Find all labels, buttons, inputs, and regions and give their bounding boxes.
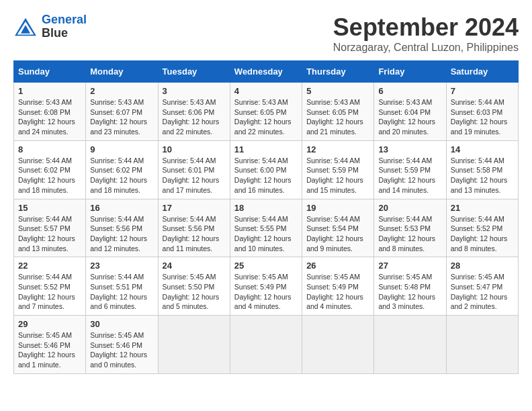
day-info: Sunrise: 5:44 AM Sunset: 6:02 PM Dayligh… (18, 156, 81, 195)
day-info: Sunrise: 5:44 AM Sunset: 5:51 PM Dayligh… (90, 272, 153, 312)
calendar-cell (302, 316, 374, 374)
day-info: Sunrise: 5:45 AM Sunset: 5:46 PM Dayligh… (18, 330, 81, 370)
calendar-cell: 23 Sunrise: 5:44 AM Sunset: 5:51 PM Dayl… (86, 257, 158, 316)
calendar-cell: 28 Sunrise: 5:45 AM Sunset: 5:47 PM Dayl… (446, 257, 518, 316)
day-info: Sunrise: 5:44 AM Sunset: 5:52 PM Dayligh… (451, 214, 514, 254)
day-number: 23 (90, 261, 153, 271)
day-number: 8 (18, 144, 81, 154)
day-number: 9 (90, 144, 153, 154)
title-section: September 2024 Norzagaray, Central Luzon… (333, 13, 519, 54)
day-number: 30 (90, 319, 153, 329)
calendar-cell: 4 Sunrise: 5:43 AM Sunset: 6:05 PM Dayli… (230, 83, 302, 141)
weekday-header: Friday (374, 61, 446, 83)
calendar-cell: 10 Sunrise: 5:44 AM Sunset: 6:01 PM Dayl… (158, 140, 230, 199)
day-info: Sunrise: 5:43 AM Sunset: 6:08 PM Dayligh… (18, 97, 81, 137)
calendar-cell: 18 Sunrise: 5:44 AM Sunset: 5:55 PM Dayl… (230, 199, 302, 257)
day-number: 4 (234, 86, 298, 96)
weekday-header: Wednesday (230, 61, 302, 83)
calendar-cell: 26 Sunrise: 5:45 AM Sunset: 5:49 PM Dayl… (302, 257, 374, 316)
calendar-cell: 1 Sunrise: 5:43 AM Sunset: 6:08 PM Dayli… (14, 83, 86, 141)
day-info: Sunrise: 5:44 AM Sunset: 5:59 PM Dayligh… (378, 156, 441, 195)
calendar-cell: 15 Sunrise: 5:44 AM Sunset: 5:57 PM Dayl… (14, 199, 86, 257)
day-number: 22 (18, 261, 81, 271)
calendar-cell: 27 Sunrise: 5:45 AM Sunset: 5:48 PM Dayl… (374, 257, 446, 316)
day-number: 17 (163, 203, 226, 213)
day-number: 6 (378, 86, 441, 96)
calendar-cell (230, 316, 302, 374)
day-info: Sunrise: 5:45 AM Sunset: 5:46 PM Dayligh… (90, 330, 153, 370)
calendar-cell: 5 Sunrise: 5:43 AM Sunset: 6:05 PM Dayli… (302, 83, 374, 141)
calendar-cell: 7 Sunrise: 5:44 AM Sunset: 6:03 PM Dayli… (446, 83, 518, 141)
day-number: 20 (378, 203, 441, 213)
calendar-cell (374, 316, 446, 374)
day-number: 16 (90, 203, 153, 213)
calendar-cell: 14 Sunrise: 5:44 AM Sunset: 5:58 PM Dayl… (446, 140, 518, 199)
calendar-week-row: 15 Sunrise: 5:44 AM Sunset: 5:57 PM Dayl… (14, 199, 519, 257)
day-info: Sunrise: 5:44 AM Sunset: 5:59 PM Dayligh… (306, 156, 369, 195)
calendar-cell: 11 Sunrise: 5:44 AM Sunset: 6:00 PM Dayl… (230, 140, 302, 199)
calendar-cell: 19 Sunrise: 5:44 AM Sunset: 5:54 PM Dayl… (302, 199, 374, 257)
calendar-cell: 25 Sunrise: 5:45 AM Sunset: 5:49 PM Dayl… (230, 257, 302, 316)
day-number: 2 (90, 86, 153, 96)
day-info: Sunrise: 5:44 AM Sunset: 5:56 PM Dayligh… (90, 214, 153, 254)
calendar-header-row: SundayMondayTuesdayWednesdayThursdayFrid… (14, 61, 519, 83)
weekday-header: Monday (86, 61, 158, 83)
day-number: 13 (378, 144, 441, 154)
day-info: Sunrise: 5:44 AM Sunset: 5:56 PM Dayligh… (163, 214, 226, 254)
calendar-cell: 12 Sunrise: 5:44 AM Sunset: 5:59 PM Dayl… (302, 140, 374, 199)
calendar-cell: 30 Sunrise: 5:45 AM Sunset: 5:46 PM Dayl… (86, 316, 158, 374)
day-info: Sunrise: 5:43 AM Sunset: 6:04 PM Dayligh… (378, 97, 441, 137)
location-title: Norzagaray, Central Luzon, Philippines (333, 42, 519, 54)
day-info: Sunrise: 5:45 AM Sunset: 5:48 PM Dayligh… (378, 272, 441, 312)
day-number: 21 (451, 203, 514, 213)
day-number: 24 (163, 261, 226, 271)
day-info: Sunrise: 5:43 AM Sunset: 6:05 PM Dayligh… (234, 97, 298, 137)
day-info: Sunrise: 5:44 AM Sunset: 6:02 PM Dayligh… (90, 156, 153, 195)
day-number: 1 (18, 86, 81, 96)
weekday-header: Sunday (14, 61, 86, 83)
calendar-cell: 2 Sunrise: 5:43 AM Sunset: 6:07 PM Dayli… (86, 83, 158, 141)
day-number: 18 (234, 203, 298, 213)
day-number: 11 (234, 144, 298, 154)
day-info: Sunrise: 5:43 AM Sunset: 6:07 PM Dayligh… (90, 97, 153, 137)
day-info: Sunrise: 5:43 AM Sunset: 6:05 PM Dayligh… (306, 97, 369, 137)
day-info: Sunrise: 5:44 AM Sunset: 6:01 PM Dayligh… (163, 156, 226, 195)
calendar-cell: 16 Sunrise: 5:44 AM Sunset: 5:56 PM Dayl… (86, 199, 158, 257)
day-info: Sunrise: 5:45 AM Sunset: 5:49 PM Dayligh… (234, 272, 298, 312)
logo-text: General Blue (42, 13, 87, 40)
calendar-cell: 17 Sunrise: 5:44 AM Sunset: 5:56 PM Dayl… (158, 199, 230, 257)
calendar-cell: 6 Sunrise: 5:43 AM Sunset: 6:04 PM Dayli… (374, 83, 446, 141)
day-info: Sunrise: 5:44 AM Sunset: 6:00 PM Dayligh… (234, 156, 298, 195)
calendar-week-row: 22 Sunrise: 5:44 AM Sunset: 5:52 PM Dayl… (14, 257, 519, 316)
day-number: 26 (306, 261, 369, 271)
day-info: Sunrise: 5:44 AM Sunset: 5:58 PM Dayligh… (451, 156, 514, 195)
calendar-cell: 3 Sunrise: 5:43 AM Sunset: 6:06 PM Dayli… (158, 83, 230, 141)
calendar-cell: 13 Sunrise: 5:44 AM Sunset: 5:59 PM Dayl… (374, 140, 446, 199)
month-title: September 2024 (333, 13, 519, 42)
day-info: Sunrise: 5:44 AM Sunset: 5:54 PM Dayligh… (306, 214, 369, 254)
day-number: 25 (234, 261, 298, 271)
calendar-cell: 24 Sunrise: 5:45 AM Sunset: 5:50 PM Dayl… (158, 257, 230, 316)
day-info: Sunrise: 5:44 AM Sunset: 6:03 PM Dayligh… (451, 97, 514, 137)
day-number: 12 (306, 144, 369, 154)
day-number: 3 (163, 86, 226, 96)
calendar-week-row: 8 Sunrise: 5:44 AM Sunset: 6:02 PM Dayli… (14, 140, 519, 199)
weekday-header: Saturday (446, 61, 518, 83)
calendar-cell: 29 Sunrise: 5:45 AM Sunset: 5:46 PM Dayl… (14, 316, 86, 374)
day-number: 19 (306, 203, 369, 213)
day-info: Sunrise: 5:45 AM Sunset: 5:47 PM Dayligh… (451, 272, 514, 312)
calendar-cell: 22 Sunrise: 5:44 AM Sunset: 5:52 PM Dayl… (14, 257, 86, 316)
day-info: Sunrise: 5:44 AM Sunset: 5:55 PM Dayligh… (234, 214, 298, 254)
calendar-body: 1 Sunrise: 5:43 AM Sunset: 6:08 PM Dayli… (14, 83, 519, 374)
calendar-cell (158, 316, 230, 374)
calendar-cell: 9 Sunrise: 5:44 AM Sunset: 6:02 PM Dayli… (86, 140, 158, 199)
logo: General Blue (13, 13, 87, 40)
day-info: Sunrise: 5:43 AM Sunset: 6:06 PM Dayligh… (163, 97, 226, 137)
calendar-cell: 21 Sunrise: 5:44 AM Sunset: 5:52 PM Dayl… (446, 199, 518, 257)
calendar-table: SundayMondayTuesdayWednesdayThursdayFrid… (13, 60, 519, 374)
day-number: 15 (18, 203, 81, 213)
calendar-cell: 20 Sunrise: 5:44 AM Sunset: 5:53 PM Dayl… (374, 199, 446, 257)
day-number: 28 (451, 261, 514, 271)
calendar-week-row: 29 Sunrise: 5:45 AM Sunset: 5:46 PM Dayl… (14, 316, 519, 374)
logo-icon (13, 17, 38, 37)
